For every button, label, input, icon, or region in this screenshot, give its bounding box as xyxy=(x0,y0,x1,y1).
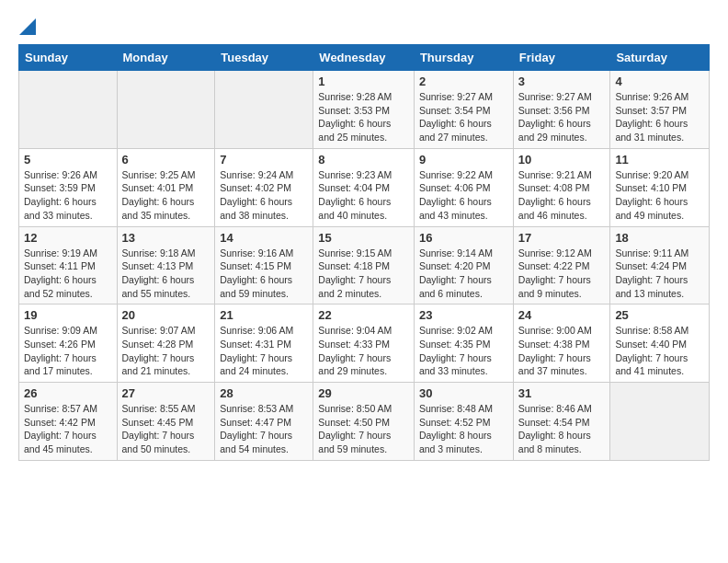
day-info: Sunrise: 8:53 AM Sunset: 4:47 PM Dayligh… xyxy=(220,402,308,456)
day-number: 15 xyxy=(318,231,409,245)
day-number: 8 xyxy=(318,153,409,167)
day-number: 25 xyxy=(615,308,704,322)
day-number: 1 xyxy=(318,75,409,88)
day-info: Sunrise: 9:25 AM Sunset: 4:01 PM Dayligh… xyxy=(122,168,210,223)
day-number: 12 xyxy=(24,231,112,245)
calendar-cell xyxy=(19,71,118,149)
day-number: 21 xyxy=(220,308,308,322)
day-number: 29 xyxy=(318,386,409,400)
day-info: Sunrise: 9:09 AM Sunset: 4:26 PM Dayligh… xyxy=(24,324,112,378)
day-info: Sunrise: 9:18 AM Sunset: 4:13 PM Dayligh… xyxy=(122,247,210,301)
day-info: Sunrise: 9:12 AM Sunset: 4:22 PM Dayligh… xyxy=(518,247,606,301)
day-number: 5 xyxy=(24,153,112,167)
calendar-cell: 14Sunrise: 9:16 AM Sunset: 4:15 PM Dayli… xyxy=(215,226,313,304)
day-info: Sunrise: 8:48 AM Sunset: 4:52 PM Dayligh… xyxy=(419,402,508,456)
header-sunday: Sunday xyxy=(19,45,118,71)
day-number: 7 xyxy=(220,153,308,167)
day-info: Sunrise: 9:11 AM Sunset: 4:24 PM Dayligh… xyxy=(615,247,704,301)
calendar-cell: 16Sunrise: 9:14 AM Sunset: 4:20 PM Dayli… xyxy=(414,226,513,304)
day-info: Sunrise: 9:27 AM Sunset: 3:56 PM Dayligh… xyxy=(518,90,606,144)
header-friday: Friday xyxy=(513,45,610,71)
day-info: Sunrise: 9:23 AM Sunset: 4:04 PM Dayligh… xyxy=(318,168,409,223)
day-number: 30 xyxy=(419,386,508,400)
day-info: Sunrise: 8:46 AM Sunset: 4:54 PM Dayligh… xyxy=(518,402,606,456)
calendar-cell: 11Sunrise: 9:20 AM Sunset: 4:10 PM Dayli… xyxy=(610,148,710,226)
calendar-cell: 12Sunrise: 9:19 AM Sunset: 4:11 PM Dayli… xyxy=(19,226,118,304)
day-info: Sunrise: 9:06 AM Sunset: 4:31 PM Dayligh… xyxy=(220,324,308,378)
calendar-week-5: 26Sunrise: 8:57 AM Sunset: 4:42 PM Dayli… xyxy=(19,383,710,461)
calendar-cell: 1Sunrise: 9:28 AM Sunset: 3:53 PM Daylig… xyxy=(313,71,415,149)
header-thursday: Thursday xyxy=(414,45,513,71)
day-number: 14 xyxy=(220,231,308,245)
calendar-cell: 10Sunrise: 9:21 AM Sunset: 4:08 PM Dayli… xyxy=(513,148,610,226)
calendar-cell: 6Sunrise: 9:25 AM Sunset: 4:01 PM Daylig… xyxy=(117,148,215,226)
svg-marker-0 xyxy=(19,18,36,35)
day-info: Sunrise: 8:55 AM Sunset: 4:45 PM Dayligh… xyxy=(122,402,210,456)
calendar-cell xyxy=(117,71,215,149)
calendar-cell: 5Sunrise: 9:26 AM Sunset: 3:59 PM Daylig… xyxy=(19,148,118,226)
day-number: 20 xyxy=(122,308,210,322)
day-info: Sunrise: 9:00 AM Sunset: 4:38 PM Dayligh… xyxy=(518,324,606,378)
day-number: 6 xyxy=(122,153,210,167)
calendar-cell: 7Sunrise: 9:24 AM Sunset: 4:02 PM Daylig… xyxy=(215,148,313,226)
day-number: 10 xyxy=(518,153,606,167)
day-number: 17 xyxy=(518,231,606,245)
day-number: 31 xyxy=(518,386,606,400)
day-info: Sunrise: 9:14 AM Sunset: 4:20 PM Dayligh… xyxy=(419,247,508,301)
calendar-cell: 3Sunrise: 9:27 AM Sunset: 3:56 PM Daylig… xyxy=(513,71,610,149)
header-wednesday: Wednesday xyxy=(313,45,415,71)
calendar-cell: 18Sunrise: 9:11 AM Sunset: 4:24 PM Dayli… xyxy=(610,226,710,304)
calendar-cell: 27Sunrise: 8:55 AM Sunset: 4:45 PM Dayli… xyxy=(117,383,215,461)
day-number: 4 xyxy=(615,75,704,88)
calendar-week-1: 1Sunrise: 9:28 AM Sunset: 3:53 PM Daylig… xyxy=(19,71,710,149)
calendar-cell: 28Sunrise: 8:53 AM Sunset: 4:47 PM Dayli… xyxy=(215,383,313,461)
calendar-cell: 8Sunrise: 9:23 AM Sunset: 4:04 PM Daylig… xyxy=(313,148,415,226)
day-info: Sunrise: 9:28 AM Sunset: 3:53 PM Dayligh… xyxy=(318,90,409,144)
page-header xyxy=(18,18,710,35)
calendar-week-2: 5Sunrise: 9:26 AM Sunset: 3:59 PM Daylig… xyxy=(19,148,710,226)
day-info: Sunrise: 9:02 AM Sunset: 4:35 PM Dayligh… xyxy=(419,324,508,378)
calendar-cell: 29Sunrise: 8:50 AM Sunset: 4:50 PM Dayli… xyxy=(313,383,415,461)
day-info: Sunrise: 9:22 AM Sunset: 4:06 PM Dayligh… xyxy=(419,168,508,223)
day-info: Sunrise: 9:24 AM Sunset: 4:02 PM Dayligh… xyxy=(220,168,308,223)
day-info: Sunrise: 9:07 AM Sunset: 4:28 PM Dayligh… xyxy=(122,324,210,378)
day-info: Sunrise: 9:27 AM Sunset: 3:54 PM Dayligh… xyxy=(419,90,508,144)
calendar-table: Sunday Monday Tuesday Wednesday Thursday… xyxy=(18,44,710,461)
calendar-cell: 9Sunrise: 9:22 AM Sunset: 4:06 PM Daylig… xyxy=(414,148,513,226)
calendar-cell: 17Sunrise: 9:12 AM Sunset: 4:22 PM Dayli… xyxy=(513,226,610,304)
calendar-cell: 21Sunrise: 9:06 AM Sunset: 4:31 PM Dayli… xyxy=(215,304,313,383)
calendar-cell: 4Sunrise: 9:26 AM Sunset: 3:57 PM Daylig… xyxy=(610,71,710,149)
header-saturday: Saturday xyxy=(610,45,710,71)
calendar-cell xyxy=(215,71,313,149)
calendar-cell: 13Sunrise: 9:18 AM Sunset: 4:13 PM Dayli… xyxy=(117,226,215,304)
day-number: 16 xyxy=(419,231,508,245)
day-info: Sunrise: 9:16 AM Sunset: 4:15 PM Dayligh… xyxy=(220,247,308,301)
calendar-week-3: 12Sunrise: 9:19 AM Sunset: 4:11 PM Dayli… xyxy=(19,226,710,304)
calendar-cell: 15Sunrise: 9:15 AM Sunset: 4:18 PM Dayli… xyxy=(313,226,415,304)
day-info: Sunrise: 9:21 AM Sunset: 4:08 PM Dayligh… xyxy=(518,168,606,223)
day-number: 9 xyxy=(419,153,508,167)
day-number: 27 xyxy=(122,386,210,400)
day-number: 28 xyxy=(220,386,308,400)
calendar-cell: 23Sunrise: 9:02 AM Sunset: 4:35 PM Dayli… xyxy=(414,304,513,383)
day-info: Sunrise: 9:19 AM Sunset: 4:11 PM Dayligh… xyxy=(24,247,112,301)
day-info: Sunrise: 8:50 AM Sunset: 4:50 PM Dayligh… xyxy=(318,402,409,456)
day-number: 18 xyxy=(615,231,704,245)
day-number: 24 xyxy=(518,308,606,322)
day-number: 19 xyxy=(24,308,112,322)
day-info: Sunrise: 9:26 AM Sunset: 3:57 PM Dayligh… xyxy=(615,90,704,144)
day-number: 23 xyxy=(419,308,508,322)
day-number: 11 xyxy=(615,153,704,167)
calendar-cell: 30Sunrise: 8:48 AM Sunset: 4:52 PM Dayli… xyxy=(414,383,513,461)
day-info: Sunrise: 9:04 AM Sunset: 4:33 PM Dayligh… xyxy=(318,324,409,378)
day-number: 2 xyxy=(419,75,508,88)
header-tuesday: Tuesday xyxy=(215,45,313,71)
calendar-cell: 19Sunrise: 9:09 AM Sunset: 4:26 PM Dayli… xyxy=(19,304,118,383)
day-number: 3 xyxy=(518,75,606,88)
calendar-header-row: Sunday Monday Tuesday Wednesday Thursday… xyxy=(19,45,710,71)
calendar-week-4: 19Sunrise: 9:09 AM Sunset: 4:26 PM Dayli… xyxy=(19,304,710,383)
day-number: 13 xyxy=(122,231,210,245)
logo xyxy=(18,18,37,35)
calendar-cell: 2Sunrise: 9:27 AM Sunset: 3:54 PM Daylig… xyxy=(414,71,513,149)
day-number: 26 xyxy=(24,386,112,400)
